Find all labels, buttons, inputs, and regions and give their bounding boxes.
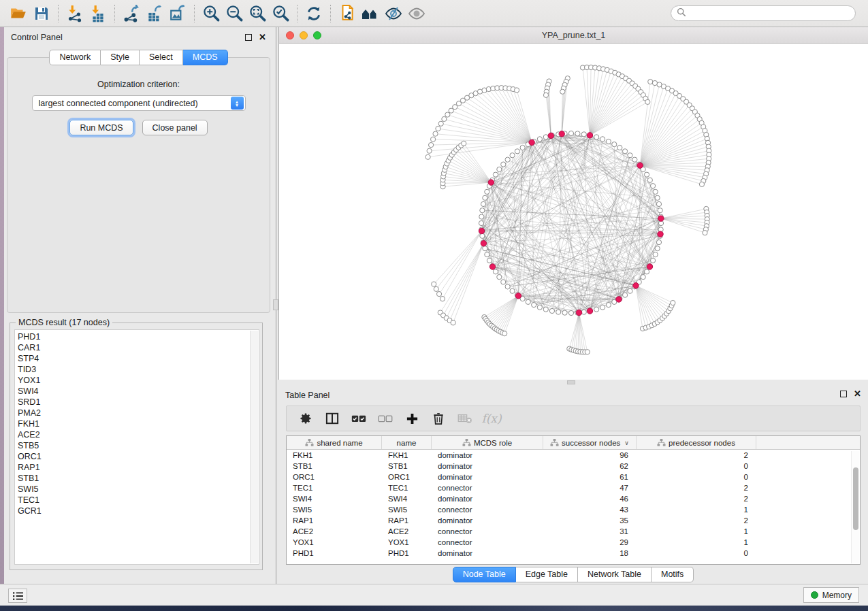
zoom-in-icon[interactable] xyxy=(199,3,223,24)
table-row[interactable]: YOX1YOX1connector291 xyxy=(287,537,860,548)
tab-mcds[interactable]: MCDS xyxy=(183,50,228,65)
vertical-splitter-handle[interactable] xyxy=(273,299,278,310)
window-zoom-icon[interactable] xyxy=(313,31,321,39)
mcds-result-item[interactable]: SWI4 xyxy=(18,386,259,397)
delete-column-icon[interactable] xyxy=(428,409,449,428)
tab-motifs[interactable]: Motifs xyxy=(652,567,694,582)
table-cell: dominator xyxy=(432,462,543,470)
network-canvas[interactable] xyxy=(278,44,868,380)
mcds-result-item[interactable]: STB5 xyxy=(18,440,259,451)
tab-select[interactable]: Select xyxy=(140,50,183,65)
column-header-mcds-role[interactable]: MCDS role xyxy=(432,436,543,449)
export-network-icon[interactable] xyxy=(120,3,143,24)
table-row[interactable]: TEC1TEC1connector472 xyxy=(287,482,860,493)
horizontal-splitter-handle[interactable] xyxy=(567,380,575,384)
hide-selected-eye-icon[interactable] xyxy=(382,3,405,24)
table-cell: dominator xyxy=(432,451,543,459)
mcds-result-item[interactable]: FKH1 xyxy=(18,418,259,429)
select-all-icon[interactable] xyxy=(349,409,369,428)
tab-style[interactable]: Style xyxy=(101,50,140,65)
float-table-panel-icon[interactable] xyxy=(840,391,847,397)
table-row[interactable]: ACE2ACE2connector311 xyxy=(287,526,860,537)
tab-edge-table[interactable]: Edge Table xyxy=(516,567,578,582)
refresh-icon[interactable] xyxy=(302,3,325,24)
table-settings-gear-icon[interactable] xyxy=(295,409,316,428)
mcds-result-item[interactable]: STP4 xyxy=(18,353,259,364)
save-icon[interactable] xyxy=(30,3,53,24)
export-image-icon[interactable] xyxy=(166,3,189,24)
float-panel-icon[interactable] xyxy=(245,34,252,41)
task-history-button[interactable] xyxy=(8,589,27,603)
mcds-result-item[interactable]: TEC1 xyxy=(18,495,259,506)
open-icon[interactable] xyxy=(7,3,30,24)
zoom-fit-icon[interactable] xyxy=(246,3,269,24)
window-minimize-icon[interactable] xyxy=(300,31,308,39)
mcds-result-item[interactable]: SRD1 xyxy=(18,397,259,408)
column-header-name[interactable]: name xyxy=(382,436,432,449)
table-scrollbar-thumb[interactable] xyxy=(853,467,858,530)
column-header-predecessor-nodes[interactable]: predecessor nodes xyxy=(637,436,756,449)
column-header-successor-nodes[interactable]: successor nodes ∨ xyxy=(543,436,637,449)
run-mcds-button[interactable]: Run MCDS xyxy=(69,120,133,135)
mcds-result-item[interactable]: RAP1 xyxy=(18,462,259,473)
table-row[interactable]: SWI5SWI5connector431 xyxy=(287,504,860,515)
import-table-icon[interactable] xyxy=(86,3,110,24)
table-cell: 2 xyxy=(637,516,756,525)
tab-network[interactable]: Network xyxy=(49,50,101,65)
tab-network-table[interactable]: Network Table xyxy=(578,567,652,582)
export-table-icon[interactable] xyxy=(143,3,166,24)
horizontal-splitter[interactable] xyxy=(278,380,868,385)
mcds-result-item[interactable]: ACE2 xyxy=(18,429,259,440)
toolbar-separator xyxy=(330,5,331,22)
close-table-panel-icon[interactable]: ✕ xyxy=(854,391,861,397)
table-scrollbar[interactable] xyxy=(851,451,859,563)
mcds-result-item[interactable]: GCR1 xyxy=(18,506,259,516)
table-row[interactable]: ORC1ORC1dominator610 xyxy=(287,472,860,482)
table-cell: 0 xyxy=(637,462,756,470)
table-row[interactable]: PHD1PHD1dominator180 xyxy=(287,548,860,559)
mcds-result-list[interactable]: PHD1CAR1STP4TID3YOX1SWI4SRD1PMA2FKH1ACE2… xyxy=(14,329,259,565)
table-cell: TEC1 xyxy=(382,484,432,492)
mcds-result-item[interactable]: SWI5 xyxy=(18,484,259,495)
table-cell: dominator xyxy=(432,549,543,557)
search-box[interactable] xyxy=(671,5,856,21)
table-row[interactable]: FKH1FKH1dominator962 xyxy=(287,450,860,461)
deselect-all-icon[interactable] xyxy=(375,409,396,428)
zoom-selected-icon[interactable] xyxy=(269,3,292,24)
mcds-result-item[interactable]: PMA2 xyxy=(18,408,259,418)
memory-button[interactable]: Memory xyxy=(803,587,859,603)
window-close-icon[interactable] xyxy=(286,31,294,39)
table-row[interactable]: RAP1RAP1dominator352 xyxy=(287,515,860,526)
add-column-icon[interactable] xyxy=(402,409,422,428)
close-panel-icon[interactable]: ✕ xyxy=(259,34,266,41)
first-neighbors-icon[interactable] xyxy=(359,3,382,24)
tab-node-table[interactable]: Node Table xyxy=(453,567,516,582)
optimization-criterion-select[interactable]: largest connected component (undirected)… xyxy=(32,95,246,111)
table-tabs: Node Table Edge Table Network Table Moti… xyxy=(278,567,868,582)
mcds-result-item[interactable]: ORC1 xyxy=(18,451,259,462)
import-network-icon[interactable] xyxy=(63,3,86,24)
table-row[interactable]: SWI4SWI4dominator462 xyxy=(287,493,860,504)
desktop-wallpaper-bottom xyxy=(0,606,868,611)
table-cell: PHD1 xyxy=(382,549,432,557)
mcds-list-scrollbar[interactable] xyxy=(250,331,258,563)
table-cell: SWI5 xyxy=(287,506,382,514)
table-cell: 2 xyxy=(637,451,756,459)
show-eye-icon[interactable] xyxy=(405,3,428,24)
vertical-splitter[interactable] xyxy=(273,27,278,584)
column-header-shared-name[interactable]: shared name xyxy=(287,436,382,449)
mcds-result-item[interactable]: TID3 xyxy=(18,364,259,375)
control-panel-tabs: Network Style Select MCDS xyxy=(4,50,273,65)
mcds-result-item[interactable]: PHD1 xyxy=(18,331,259,342)
show-columns-icon[interactable] xyxy=(322,409,342,428)
zoom-out-icon[interactable] xyxy=(223,3,246,24)
close-panel-button[interactable]: Close panel xyxy=(142,120,208,135)
table-cell: dominator xyxy=(432,495,543,503)
table-row[interactable]: STB1STB1dominator620 xyxy=(287,461,860,472)
mcds-result-item[interactable]: CAR1 xyxy=(18,342,259,353)
mcds-result-item[interactable]: YOX1 xyxy=(18,375,259,386)
mcds-result-item[interactable]: STB1 xyxy=(18,473,259,484)
table-cell: 47 xyxy=(543,484,637,492)
search-input[interactable] xyxy=(690,9,850,18)
network-document-icon[interactable] xyxy=(336,3,359,24)
